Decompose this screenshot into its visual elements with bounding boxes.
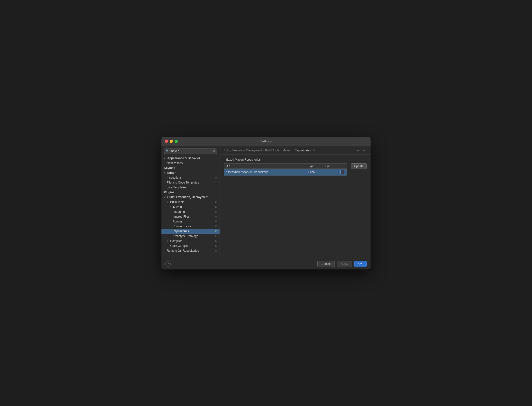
sidebar-item-label: Plugins	[164, 191, 217, 194]
update-button-area: Update	[351, 163, 367, 169]
breadcrumb-sep: ›	[263, 149, 264, 152]
col-header-extra	[338, 164, 347, 168]
sidebar: 🔍 ✕ ▾ Appearance & Behavior Notification…	[161, 146, 220, 258]
sidebar-item-label: Notifications	[167, 161, 217, 165]
sidebar-item-label: Maven	[173, 205, 214, 209]
sidebar-item-label: Archetype Catalogs	[173, 234, 214, 238]
chevron-icon: ▾	[170, 206, 172, 208]
settings-window: Settings 🔍 ✕ ▾ Appearance & Behavior Not…	[161, 137, 371, 269]
chevron-icon: ▾	[167, 201, 169, 203]
sidebar-item-kotlin-compiler[interactable]: Kotlin Compiler ⊟	[161, 243, 220, 248]
sidebar-item-label: Editor	[167, 171, 217, 175]
indicator-icon: ⊟	[215, 201, 217, 203]
indicator-icon: ⊟	[215, 244, 217, 247]
sidebar-item-label: Remote Jar Repositories	[167, 249, 214, 252]
sidebar-item-live-templates[interactable]: Live Templates	[161, 185, 220, 190]
sidebar-item-label: Keymap	[164, 166, 217, 170]
sidebar-item-notifications[interactable]: Notifications	[161, 161, 220, 166]
cell-url: /Users/helenscott/.m2/repository	[224, 170, 306, 175]
sidebar-item-repositories[interactable]: Repositories ⊟	[161, 229, 220, 234]
indicator-icon: ⊟	[215, 215, 217, 218]
sidebar-item-label: Kotlin Compiler	[170, 244, 214, 248]
sidebar-item-label: Build, Execution, Deployment	[167, 195, 217, 199]
sidebar-item-runner[interactable]: Runner ⊟	[161, 219, 220, 224]
sidebar-item-file-code-templates[interactable]: File and Code Templates	[161, 180, 220, 185]
chevron-icon: ▾	[164, 196, 166, 198]
window-title: Settings	[260, 139, 272, 143]
sidebar-item-label: Compiler	[170, 239, 214, 243]
sidebar-item-importing[interactable]: Importing ⊟	[161, 209, 220, 214]
indicator-icon: ⊟	[215, 249, 217, 252]
sidebar-item-ignored-files[interactable]: Ignored Files ⊟	[161, 214, 220, 219]
chevron-icon: ▾	[167, 240, 169, 242]
sidebar-item-label: Running Tests	[173, 225, 214, 228]
sidebar-item-label: Repositories	[173, 230, 214, 233]
footer-buttons: Cancel Apply OK	[317, 261, 367, 267]
indicator-icon: ⊟	[215, 205, 217, 208]
breadcrumb-part-2: Build Tools	[265, 149, 279, 152]
breadcrumb: Build, Execution, Deployment › Build Too…	[220, 146, 371, 155]
indicator-icon: ⊟	[215, 220, 217, 223]
minimize-button[interactable]	[170, 140, 173, 143]
row-checkbox[interactable]	[340, 170, 344, 174]
chevron-icon: ▾	[164, 157, 166, 159]
traffic-lights	[165, 140, 178, 143]
forward-arrow[interactable]: →	[362, 148, 367, 152]
sidebar-item-label: Live Templates	[167, 186, 217, 189]
apply-button[interactable]: Apply	[337, 261, 352, 267]
col-header-upd: Upd...	[323, 164, 338, 168]
maximize-button[interactable]	[175, 140, 178, 143]
breadcrumb-part-4: Repositories	[295, 149, 311, 152]
table-row[interactable]: /Users/helenscott/.m2/repository Local	[224, 169, 347, 175]
breadcrumb-icon: ⊟	[313, 149, 315, 152]
breadcrumb-sep: ›	[280, 149, 281, 152]
sidebar-item-label: Inspections	[167, 176, 214, 179]
sidebar-item-editor[interactable]: ▾ Editor	[161, 170, 220, 175]
indicator-icon: ⊟	[215, 240, 217, 242]
main-content: 🔍 ✕ ▾ Appearance & Behavior Notification…	[161, 146, 371, 258]
sidebar-item-archetype-catalogs[interactable]: Archetype Catalogs ⊟	[161, 234, 220, 239]
sidebar-item-plugins[interactable]: Plugins	[161, 190, 220, 195]
indicator-icon: ⊟	[215, 176, 217, 179]
sidebar-item-maven[interactable]: ▾ Maven ⊟	[161, 204, 220, 209]
sidebar-item-running-tests[interactable]: Running Tests ⊟	[161, 224, 220, 229]
sidebar-item-compiler[interactable]: ▾ Compiler ⊟	[161, 239, 220, 243]
indicator-icon: ⊟	[215, 210, 217, 213]
sidebar-item-label: Appearance & Behavior	[167, 157, 217, 160]
help-button[interactable]: ?	[165, 261, 171, 267]
search-area: 🔍 ✕	[161, 146, 220, 156]
close-button[interactable]	[165, 140, 168, 143]
col-header-url: URL	[224, 164, 306, 168]
sidebar-item-label: File and Code Templates	[167, 181, 217, 184]
titlebar: Settings	[161, 137, 371, 146]
footer: ? Cancel Apply OK	[161, 258, 371, 269]
cancel-button[interactable]: Cancel	[317, 261, 335, 267]
cell-type: Local	[306, 170, 323, 175]
cell-checkbox[interactable]	[338, 169, 347, 175]
indicator-icon: ⊟	[215, 235, 217, 237]
sidebar-item-keymap[interactable]: Keymap	[161, 166, 220, 170]
clear-search-button[interactable]: ✕	[213, 149, 215, 153]
nav-arrows: ← →	[356, 148, 367, 152]
sidebar-item-appearance-behavior[interactable]: ▾ Appearance & Behavior	[161, 156, 220, 161]
breadcrumb-part-1: Build, Execution, Deployment	[224, 149, 262, 152]
ok-button[interactable]: OK	[354, 261, 367, 267]
repositories-table: URL Type Upd... /Users/helenscott/.m2/re…	[224, 163, 347, 176]
table-header: URL Type Upd...	[224, 164, 347, 169]
search-input[interactable]	[170, 149, 212, 153]
sidebar-item-label: Build Tools	[170, 200, 214, 204]
back-arrow[interactable]: ←	[356, 148, 361, 152]
sidebar-item-build-execution-deployment[interactable]: ▾ Build, Execution, Deployment	[161, 195, 220, 200]
indicator-icon: ⊟	[215, 225, 217, 228]
sidebar-item-build-tools[interactable]: ▾ Build Tools ⊟	[161, 200, 220, 204]
content-area: Build, Execution, Deployment › Build Too…	[220, 146, 371, 258]
sidebar-item-inspections[interactable]: Inspections ⊟	[161, 175, 220, 180]
col-header-type: Type	[306, 164, 323, 168]
sidebar-item-remote-jar-repositories[interactable]: Remote Jar Repositories ⊟	[161, 248, 220, 253]
panel-content: Indexed Maven Repositories: URL Type Upd…	[220, 155, 371, 258]
sidebar-item-label: Runner	[173, 220, 214, 223]
breadcrumb-sep: ›	[293, 149, 293, 152]
cell-upd	[323, 171, 338, 173]
update-button[interactable]: Update	[351, 163, 367, 169]
search-box: 🔍 ✕	[164, 148, 217, 154]
